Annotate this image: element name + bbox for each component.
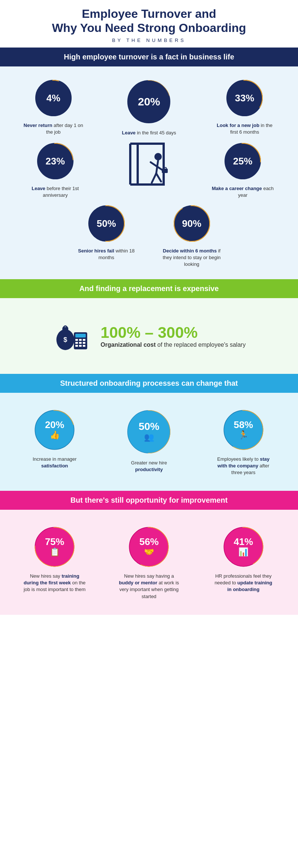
section3-circles: 20% 👍 Increase in manager satisfaction 5…: [7, 404, 291, 480]
stat-improve-75pct: 75% 📋 New hires say training during the …: [23, 525, 86, 593]
section4-content: 75% 📋 New hires say training during the …: [0, 510, 298, 615]
page-title: Employee Turnover and Why You Need Stron…: [22, 7, 276, 35]
stat-improve-56pct: 56% 🤝 New hires say having a buddy or me…: [117, 525, 180, 600]
svg-line-16: [152, 173, 156, 183]
stat-23pct: 23% Leave before their 1st anniversary: [24, 141, 87, 199]
stat-25pct: 25% Make a career change each year: [211, 141, 274, 199]
stat-4pct: 4% Never return after day 1 on the job: [22, 78, 85, 136]
svg-rect-39: [75, 345, 78, 347]
stat-improve-41pct: 41% 📊 HR professionals feel they needed …: [212, 525, 275, 593]
svg-line-14: [151, 162, 156, 166]
stat-onboard-50pct: 50% 👥 Greater new hire productivity: [117, 408, 180, 473]
svg-rect-41: [83, 345, 85, 347]
stat-20pct-1: 20% Leave in the first 45 days: [114, 78, 184, 136]
cost-text: 100% – 300% Organizational cost of the r…: [101, 324, 246, 348]
svg-rect-34: [79, 339, 82, 341]
svg-line-17: [156, 173, 161, 182]
stat-onboard-20pct: 20% 👍 Increase in manager satisfaction: [23, 408, 86, 469]
stat-90pct: 90% Decide within 6 months if they inten…: [160, 203, 223, 268]
section1-content: 4% Never return after day 1 on the job 2…: [0, 66, 298, 279]
section2-content: $ 100% – 300% Organizational cost of the…: [0, 298, 298, 374]
section4-circles: 75% 📋 New hires say training during the …: [7, 521, 291, 604]
section4-banner: But there's still opportunity for improv…: [0, 491, 298, 510]
svg-rect-36: [75, 342, 78, 344]
section2-banner: And finding a replacement is expensive: [0, 279, 298, 298]
svg-rect-37: [79, 342, 82, 344]
svg-text:$: $: [63, 336, 67, 343]
svg-rect-18: [162, 169, 168, 173]
money-icon: $: [52, 317, 89, 355]
section3-banner: Structured onboarding processes can chan…: [0, 374, 298, 393]
cost-row: $ 100% – 300% Organizational cost of the…: [7, 309, 291, 363]
section3-content: 20% 👍 Increase in manager satisfaction 5…: [0, 393, 298, 491]
header: Employee Turnover and Why You Need Stron…: [0, 0, 298, 48]
svg-rect-32: [75, 334, 86, 337]
stat-33pct: 33% Look for a new job in the first 6 mo…: [213, 78, 276, 136]
cost-description: Organizational cost of the replaced empl…: [101, 342, 246, 348]
subtitle: BY THE NUMBERS: [22, 37, 276, 43]
svg-rect-35: [83, 339, 85, 341]
section1-banner: High employee turnover is a fact in busi…: [0, 48, 298, 66]
svg-point-12: [154, 153, 162, 160]
svg-rect-38: [83, 342, 85, 344]
stat-50pct: 50% Senior hires fail within 18 months: [75, 203, 138, 261]
svg-rect-33: [75, 339, 78, 341]
cost-pct-range: 100% – 300%: [101, 324, 246, 342]
svg-rect-40: [79, 345, 82, 347]
running-figure: [119, 140, 179, 199]
stat-onboard-58pct: 58% 🏃 Employees likely to stay with the …: [212, 408, 275, 476]
